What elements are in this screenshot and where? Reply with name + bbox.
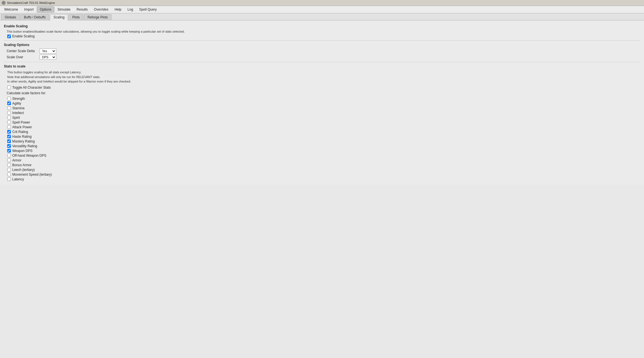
toggle-all-row: Toggle All Character Stats: [7, 86, 640, 89]
sub-tab-bar: Globals Buffs / Debuffs Scaling Plots Re…: [0, 13, 644, 20]
menu-help[interactable]: Help: [111, 6, 125, 13]
stat-checkbox-bonus-armor[interactable]: [7, 163, 11, 167]
stat-label-intellect: Intellect: [12, 111, 24, 115]
stat-row: Bonus Armor: [7, 163, 640, 167]
stat-label-weapon-dps: Weapon DPS: [12, 149, 33, 153]
tab-reforge-plots[interactable]: Reforge Plots: [84, 14, 111, 20]
stat-label-attack-power: Attack Power: [12, 125, 32, 129]
scale-over-row: Scale Over DPS HPS DTPS: [7, 55, 640, 60]
stat-row: Latency: [7, 177, 640, 181]
stat-row: Crit Rating: [7, 130, 640, 134]
stat-row: Intellect: [7, 111, 640, 115]
stat-row: Off-hand Weapon DPS: [7, 154, 640, 158]
stat-label-leech-(tertiary): Leech (tertiary): [12, 168, 35, 172]
stat-row: Movement Speed (tertiary): [7, 173, 640, 176]
center-scale-delta-row: Center Scale Delta Yes No: [7, 49, 640, 54]
stat-label-stamina: Stamina: [12, 106, 25, 110]
tab-plots[interactable]: Plots: [69, 14, 83, 20]
stat-checkbox-mastery-rating[interactable]: [7, 139, 11, 143]
menu-log[interactable]: Log: [125, 6, 136, 13]
stat-label-movement-speed-(tertiary): Movement Speed (tertiary): [12, 173, 52, 176]
stat-label-agility: Agility: [12, 101, 21, 105]
menu-welcome[interactable]: Welcome: [1, 6, 21, 13]
menu-options[interactable]: Options: [37, 6, 54, 13]
enable-scaling-checkbox[interactable]: [7, 35, 11, 38]
stat-checkbox-strength[interactable]: [7, 97, 11, 100]
divider-1: [4, 40, 640, 41]
stat-label-versatility-rating: Versatility Rating: [12, 144, 37, 148]
enable-scaling-title: Enable Scaling: [4, 24, 640, 28]
stat-label-crit-rating: Crit Rating: [12, 130, 28, 134]
title-bar: SimulationCraft 703-01 WebEngine: [0, 0, 644, 6]
toggle-all-checkbox[interactable]: [7, 86, 11, 89]
window-title: SimulationCraft 703-01 WebEngine: [7, 1, 55, 4]
stat-label-bonus-armor: Bonus Armor: [12, 163, 31, 167]
menu-import[interactable]: Import: [21, 6, 37, 13]
stat-checkbox-attack-power[interactable]: [7, 125, 11, 129]
menu-simulate[interactable]: Simulate: [54, 6, 74, 13]
stat-label-latency: Latency: [12, 177, 24, 181]
scaling-options-title: Scaling Options: [4, 43, 640, 47]
stat-checkbox-leech-(tertiary)[interactable]: [7, 168, 11, 171]
stats-checkboxes: StrengthAgilityStaminaIntellectSpiritSpe…: [4, 97, 640, 181]
stat-row: Haste Rating: [7, 135, 640, 139]
menu-bar: Welcome Import Options Simulate Results …: [0, 6, 644, 13]
stat-checkbox-latency[interactable]: [7, 177, 11, 181]
stat-row: Attack Power: [7, 125, 640, 129]
scale-over-select[interactable]: DPS HPS DTPS: [40, 55, 56, 60]
stat-row: Mastery Rating: [7, 139, 640, 143]
stat-label-haste-rating: Haste Rating: [12, 135, 31, 139]
stats-note: This button toggles scaling for all stat…: [7, 70, 640, 84]
stat-row: Spell Power: [7, 120, 640, 124]
note-line3: In other words, Agility and Intellect wo…: [7, 79, 640, 84]
stats-to-scale-title: Stats to scale: [4, 64, 640, 68]
menu-results[interactable]: Results: [74, 6, 91, 13]
stat-row: Agility: [7, 101, 640, 105]
menu-overrides[interactable]: Overrides: [91, 6, 111, 13]
tab-globals[interactable]: Globals: [1, 14, 20, 20]
stat-checkbox-armor[interactable]: [7, 158, 11, 162]
stat-checkbox-spirit[interactable]: [7, 116, 11, 119]
stat-label-mastery-rating: Mastery Rating: [12, 139, 35, 143]
stat-row: Strength: [7, 97, 640, 101]
calculate-label: Calculate scale factors for:: [7, 91, 640, 95]
content-area: Enable Scaling This button enables/disab…: [0, 20, 644, 185]
stat-checkbox-agility[interactable]: [7, 101, 11, 105]
stat-checkbox-stamina[interactable]: [7, 106, 11, 110]
enable-scaling-row: Enable Scaling: [7, 34, 640, 38]
stat-checkbox-movement-speed-(tertiary)[interactable]: [7, 173, 11, 176]
stat-label-spirit: Spirit: [12, 116, 20, 120]
stat-label-spell-power: Spell Power: [12, 120, 30, 124]
stat-label-strength: Strength: [12, 97, 25, 101]
enable-scaling-label: Enable Scaling: [12, 34, 35, 38]
center-scale-delta-label: Center Scale Delta: [7, 49, 37, 53]
stat-label-armor: Armor: [12, 158, 21, 162]
stat-row: Leech (tertiary): [7, 168, 640, 172]
tab-scaling[interactable]: Scaling: [50, 14, 68, 20]
note-line2: Note that additional simulations will on…: [7, 75, 640, 79]
toggle-all-label: Toggle All Character Stats: [12, 86, 51, 89]
stat-label-off-hand-weapon-dps: Off-hand Weapon DPS: [12, 154, 46, 158]
note-line1: This button toggles scaling for all stat…: [7, 70, 640, 75]
stat-row: Versatility Rating: [7, 144, 640, 148]
stat-checkbox-haste-rating[interactable]: [7, 135, 11, 138]
divider-2: [4, 62, 640, 62]
stat-row: Stamina: [7, 106, 640, 110]
scale-over-label: Scale Over: [7, 55, 37, 59]
stat-checkbox-crit-rating[interactable]: [7, 130, 11, 134]
stat-checkbox-off-hand-weapon-dps[interactable]: [7, 154, 11, 157]
stat-checkbox-intellect[interactable]: [7, 111, 11, 115]
menu-spell-query[interactable]: Spell Query: [136, 6, 160, 13]
stat-checkbox-spell-power[interactable]: [7, 120, 11, 124]
tab-buffs-debuffs[interactable]: Buffs / Debuffs: [20, 14, 49, 20]
enable-scaling-desc: This button enables/disables scale facto…: [7, 30, 640, 33]
stat-row: Weapon DPS: [7, 149, 640, 153]
center-scale-delta-select[interactable]: Yes No: [40, 49, 56, 54]
app-icon: [2, 1, 6, 5]
stat-row: Armor: [7, 158, 640, 162]
stat-row: Spirit: [7, 116, 640, 120]
stat-checkbox-versatility-rating[interactable]: [7, 144, 11, 148]
stat-checkbox-weapon-dps[interactable]: [7, 149, 11, 153]
